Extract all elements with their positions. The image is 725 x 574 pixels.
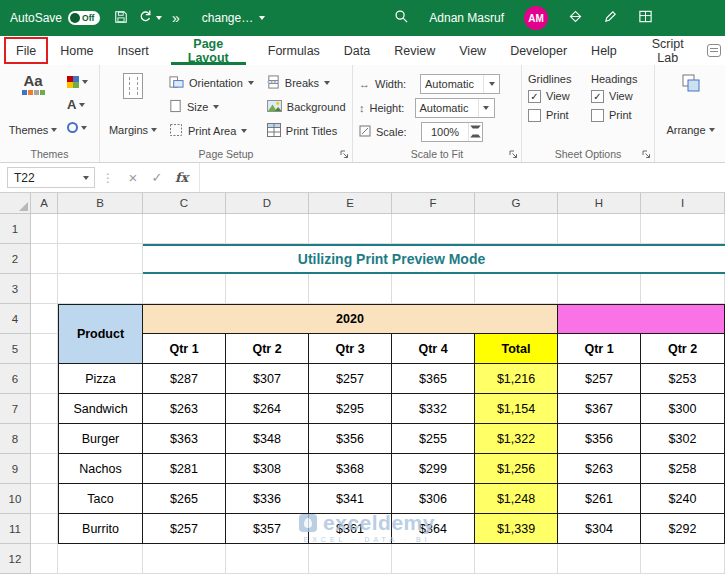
cell-a9[interactable] (31, 454, 58, 484)
row-header-6[interactable]: 6 (0, 364, 31, 394)
value-cell[interactable]: $307 (226, 364, 309, 394)
name-box[interactable]: T22 (7, 167, 95, 188)
year-header-2020[interactable]: 2020 (143, 304, 558, 334)
value-cell[interactable]: $368 (309, 454, 392, 484)
value-cell[interactable]: $1,248 (475, 484, 558, 514)
row-header-4[interactable]: 4 (0, 304, 31, 334)
headings-print-checkbox[interactable]: Print (591, 107, 649, 123)
confirm-entry-button[interactable] (145, 169, 169, 186)
cell-c1[interactable] (143, 214, 226, 244)
undo-button[interactable] (138, 9, 162, 27)
theme-colors-button[interactable] (65, 71, 90, 92)
value-cell[interactable]: $332 (392, 394, 475, 424)
cell-a2[interactable] (31, 244, 58, 274)
row-header-1[interactable]: 1 (0, 214, 31, 244)
value-cell[interactable]: $1,154 (475, 394, 558, 424)
tab-data[interactable]: Data (332, 36, 382, 65)
column-header-h[interactable]: H (558, 193, 641, 214)
value-cell[interactable]: $292 (641, 514, 725, 544)
document-name[interactable]: change… (202, 11, 265, 25)
save-button[interactable] (114, 10, 128, 27)
cell-d3[interactable] (226, 274, 309, 304)
view-switcher-button[interactable] (638, 9, 653, 27)
cell-a5[interactable] (31, 334, 58, 364)
cell-a7[interactable] (31, 394, 58, 424)
value-cell[interactable]: $287 (143, 364, 226, 394)
cell-h12[interactable] (558, 544, 641, 574)
tab-home[interactable]: Home (48, 36, 105, 65)
value-cell[interactable]: $363 (143, 424, 226, 454)
value-cell[interactable]: $348 (226, 424, 309, 454)
column-header-g[interactable]: G (475, 193, 558, 214)
user-avatar[interactable]: AM (524, 6, 548, 30)
orientation-button[interactable]: Orientation (165, 71, 258, 95)
print-titles-button[interactable]: Print Titles (263, 119, 350, 143)
autosave-switch[interactable]: Off (68, 11, 100, 25)
more-commands-button[interactable] (172, 10, 180, 26)
cell-a1[interactable] (31, 214, 58, 244)
row-header-12[interactable]: 12 (0, 544, 31, 574)
cell-h3[interactable] (558, 274, 641, 304)
cell-i1[interactable] (641, 214, 725, 244)
value-cell[interactable]: $281 (143, 454, 226, 484)
quarter-header-1[interactable]: Qtr 1 (143, 334, 226, 364)
theme-effects-button[interactable] (65, 117, 90, 138)
row-header-7[interactable]: 7 (0, 394, 31, 424)
tab-help[interactable]: Help (579, 36, 629, 65)
value-cell[interactable]: $253 (641, 364, 725, 394)
search-button[interactable] (394, 9, 409, 27)
value-cell[interactable]: $263 (558, 454, 641, 484)
value-cell[interactable]: $257 (309, 364, 392, 394)
gridlines-view-checkbox[interactable]: View (528, 88, 586, 104)
tab-insert[interactable]: Insert (106, 36, 161, 65)
value-cell[interactable]: $304 (558, 514, 641, 544)
value-cell[interactable]: $1,216 (475, 364, 558, 394)
cell-g12[interactable] (475, 544, 558, 574)
headings-view-checkbox[interactable]: View (591, 88, 649, 104)
scale-spinner[interactable]: 100% (421, 122, 483, 142)
tab-page-layout[interactable]: Page Layout (161, 36, 256, 65)
breaks-button[interactable]: Breaks (263, 71, 350, 95)
column-header-f[interactable]: F (392, 193, 475, 214)
size-button[interactable]: Size (165, 95, 258, 119)
year-header-right[interactable] (558, 304, 725, 334)
cell-e3[interactable] (309, 274, 392, 304)
value-cell[interactable]: $367 (558, 394, 641, 424)
width-combobox[interactable]: Automatic (420, 74, 500, 94)
cell-g3[interactable] (475, 274, 558, 304)
column-header-d[interactable]: D (226, 193, 309, 214)
tab-review[interactable]: Review (382, 36, 447, 65)
product-header-cell[interactable]: Product (58, 304, 143, 364)
product-cell[interactable]: Taco (58, 484, 143, 514)
value-cell[interactable]: $365 (392, 364, 475, 394)
themes-button[interactable]: Aa Themes (6, 69, 60, 141)
row-header-8[interactable]: 8 (0, 424, 31, 454)
row-header-10[interactable]: 10 (0, 484, 31, 514)
value-cell[interactable]: $295 (309, 394, 392, 424)
cell-f3[interactable] (392, 274, 475, 304)
sheet-options-dialog-launcher[interactable] (642, 150, 651, 159)
cell-a4[interactable] (31, 304, 58, 334)
value-cell[interactable]: $261 (558, 484, 641, 514)
tab-developer[interactable]: Developer (498, 36, 579, 65)
value-cell[interactable]: $361 (309, 514, 392, 544)
value-cell[interactable]: $264 (226, 394, 309, 424)
theme-fonts-button[interactable]: A (65, 94, 90, 115)
column-header-c[interactable]: C (143, 193, 226, 214)
value-cell[interactable]: $258 (641, 454, 725, 484)
comments-icon[interactable] (707, 44, 721, 57)
value-cell[interactable]: $299 (392, 454, 475, 484)
product-cell[interactable]: Burger (58, 424, 143, 454)
value-cell[interactable]: $302 (641, 424, 725, 454)
background-button[interactable]: Background (263, 95, 350, 119)
value-cell[interactable]: $356 (558, 424, 641, 454)
quarter-header-7[interactable]: Qtr 2 (641, 334, 725, 364)
value-cell[interactable]: $1,256 (475, 454, 558, 484)
cell-b12[interactable] (58, 544, 143, 574)
value-cell[interactable]: $306 (392, 484, 475, 514)
cell-e1[interactable] (309, 214, 392, 244)
product-cell[interactable]: Burrito (58, 514, 143, 544)
row-header-11[interactable]: 11 (0, 514, 31, 544)
quarter-header-3[interactable]: Qtr 3 (309, 334, 392, 364)
cell-a8[interactable] (31, 424, 58, 454)
